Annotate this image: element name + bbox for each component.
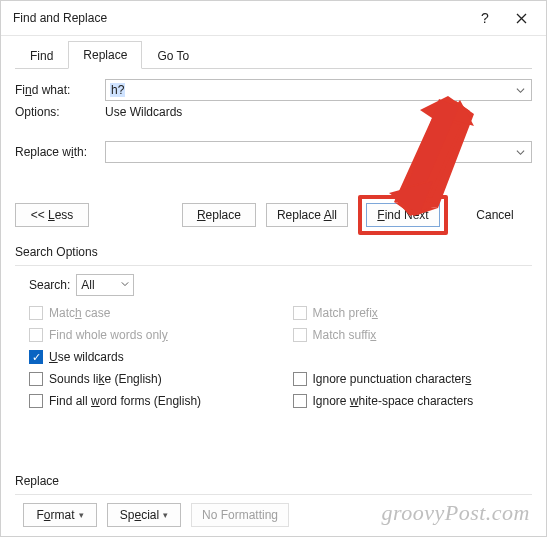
ignore-punctuation-checkbox[interactable]: Ignore punctuation characters bbox=[279, 368, 533, 390]
whole-words-checkbox: Find whole words only bbox=[15, 324, 269, 346]
chevron-down-icon: ▾ bbox=[79, 510, 84, 520]
dialog-title: Find and Replace bbox=[13, 11, 107, 25]
find-what-row: Find what: h? bbox=[15, 79, 532, 101]
checkbox-label: Find whole words only bbox=[49, 328, 168, 342]
special-button[interactable]: Special▾ bbox=[107, 503, 181, 527]
format-button[interactable]: Format▾ bbox=[23, 503, 97, 527]
find-what-value: h? bbox=[110, 83, 125, 97]
checkbox-label: Ignore punctuation characters bbox=[313, 372, 472, 386]
cancel-button[interactable]: Cancel bbox=[458, 203, 532, 227]
chevron-down-icon: ▾ bbox=[163, 510, 168, 520]
ignore-whitespace-checkbox[interactable]: Ignore white-space characters bbox=[279, 390, 533, 412]
less-button[interactable]: << Less bbox=[15, 203, 89, 227]
match-suffix-checkbox: Match suffix bbox=[279, 324, 533, 346]
find-next-button[interactable]: Find Next bbox=[366, 203, 440, 227]
replace-with-label: Replace with: bbox=[15, 145, 105, 159]
checkbox-icon: ✓ bbox=[29, 350, 43, 364]
dialog-body: Find Replace Go To Find what: h? Options… bbox=[1, 36, 546, 537]
button-bar: << Less Replace Replace All Find Next Ca… bbox=[15, 195, 532, 235]
divider bbox=[15, 265, 532, 266]
search-options-heading: Search Options bbox=[15, 245, 532, 259]
search-direction-row: Search: All bbox=[15, 274, 532, 296]
replace-with-row: Replace with: bbox=[15, 141, 532, 163]
replace-with-input[interactable] bbox=[105, 141, 532, 163]
options-right-column: Match prefix Match suffix x Ignore punct… bbox=[279, 302, 533, 412]
checkbox-label: Find all word forms (English) bbox=[49, 394, 201, 408]
select-value: All bbox=[81, 278, 94, 292]
button-label: Special bbox=[120, 508, 159, 522]
checkbox-icon bbox=[29, 306, 43, 320]
chevron-down-icon[interactable] bbox=[511, 80, 529, 100]
replace-all-button[interactable]: Replace All bbox=[266, 203, 348, 227]
watermark: groovyPost.com bbox=[381, 500, 530, 526]
options-left-column: Match case Find whole words only ✓ Use w… bbox=[15, 302, 269, 412]
close-icon bbox=[516, 13, 527, 24]
chevron-down-icon bbox=[121, 280, 129, 290]
button-label: << Less bbox=[31, 208, 74, 222]
options-label: Options: bbox=[15, 105, 105, 119]
checkbox-label: Ignore white-space characters bbox=[313, 394, 474, 408]
help-button[interactable]: ? bbox=[468, 7, 502, 29]
button-label: Cancel bbox=[476, 208, 513, 222]
find-next-highlight: Find Next bbox=[358, 195, 448, 235]
options-row: Options: Use Wildcards bbox=[15, 105, 532, 119]
divider bbox=[15, 494, 532, 495]
use-wildcards-checkbox[interactable]: ✓ Use wildcards bbox=[15, 346, 269, 368]
match-case-checkbox: Match case bbox=[15, 302, 269, 324]
checkbox-icon bbox=[29, 328, 43, 342]
no-formatting-button: No Formatting bbox=[191, 503, 289, 527]
checkbox-label: Match suffix bbox=[313, 328, 377, 342]
chevron-down-icon[interactable] bbox=[511, 142, 529, 162]
checkbox-icon bbox=[29, 394, 43, 408]
title-bar: Find and Replace ? bbox=[1, 1, 546, 36]
checkbox-icon bbox=[293, 328, 307, 342]
button-label: Format bbox=[36, 508, 74, 522]
checkbox-icon bbox=[293, 394, 307, 408]
options-value: Use Wildcards bbox=[105, 105, 182, 119]
button-label: Replace All bbox=[277, 208, 337, 222]
sounds-like-checkbox[interactable]: Sounds like (English) bbox=[15, 368, 269, 390]
match-prefix-checkbox: Match prefix bbox=[279, 302, 533, 324]
search-direction-label: Search: bbox=[29, 278, 70, 292]
tab-label: Replace bbox=[83, 48, 127, 62]
button-label: No Formatting bbox=[202, 508, 278, 522]
replace-button[interactable]: Replace bbox=[182, 203, 256, 227]
checkbox-icon bbox=[293, 306, 307, 320]
search-direction-select[interactable]: All bbox=[76, 274, 134, 296]
checkbox-icon bbox=[29, 372, 43, 386]
checkbox-label: Sounds like (English) bbox=[49, 372, 162, 386]
button-label: Replace bbox=[197, 208, 241, 222]
tab-find[interactable]: Find bbox=[15, 42, 68, 69]
checkbox-label: Match case bbox=[49, 306, 110, 320]
window-controls: ? bbox=[468, 7, 538, 29]
options-columns: Match case Find whole words only ✓ Use w… bbox=[15, 302, 532, 412]
checkbox-label: Match prefix bbox=[313, 306, 378, 320]
checkbox-icon bbox=[293, 372, 307, 386]
close-button[interactable] bbox=[504, 7, 538, 29]
tab-label: Find bbox=[30, 49, 53, 63]
word-forms-checkbox[interactable]: Find all word forms (English) bbox=[15, 390, 269, 412]
button-label: Find Next bbox=[377, 208, 428, 222]
tab-label: Go To bbox=[157, 49, 189, 63]
tab-goto[interactable]: Go To bbox=[142, 42, 204, 69]
tab-replace[interactable]: Replace bbox=[68, 41, 142, 69]
find-what-label: Find what: bbox=[15, 83, 105, 97]
tab-strip: Find Replace Go To bbox=[15, 40, 532, 69]
checkbox-label: Use wildcards bbox=[49, 350, 124, 364]
replace-section-heading: Replace bbox=[15, 474, 532, 488]
find-what-input[interactable]: h? bbox=[105, 79, 532, 101]
